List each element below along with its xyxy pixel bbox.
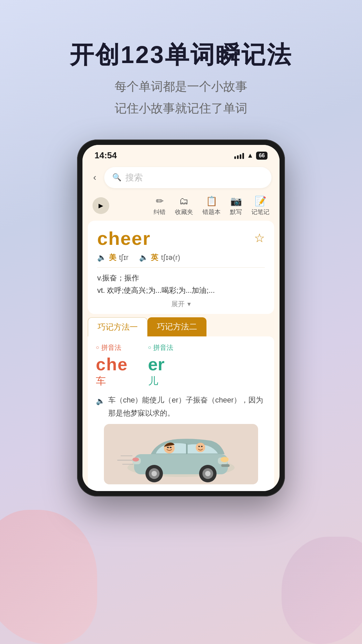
star-button[interactable]: ☆: [254, 231, 265, 245]
signal-bar-2: [237, 155, 239, 159]
phone-mockup: 14:54 ▲ 66 ‹ 🔍: [77, 140, 285, 496]
svg-point-7: [132, 458, 139, 462]
definition-section: v.振奋；振作 vt. 欢呼;使高兴;为...喝彩;为...加油;... 展开 …: [97, 267, 265, 309]
svg-point-15: [167, 447, 169, 448]
correct-icon: ✏: [156, 196, 164, 207]
expand-button[interactable]: 展开 ▾: [97, 300, 265, 309]
pinyin-label-er: 拼音法: [148, 343, 174, 352]
pinyin-row: 拼音法 che 车 拼音法 er 儿: [96, 343, 266, 388]
phone-screen: 14:54 ▲ 66 ‹ 🔍: [82, 145, 280, 491]
play-button[interactable]: ▶: [93, 197, 109, 214]
tab-method-one[interactable]: 巧记方法一: [88, 317, 147, 336]
wifi-icon: ▲: [247, 152, 253, 159]
toolbar-items: ✏ 纠错 🗂 收藏夹 📋 错题本 📷 默写: [115, 196, 269, 216]
toolbar-label-mistakes: 错题本: [202, 208, 221, 216]
back-button[interactable]: ‹: [90, 169, 99, 185]
signal-bar-1: [234, 156, 236, 159]
bg-decoration-right: [282, 537, 362, 644]
pron-us-label: 美: [109, 253, 116, 263]
speaker-sentence-icon[interactable]: 🔈: [96, 394, 105, 408]
toolbar-item-mistakes[interactable]: 📋 错题本: [202, 196, 221, 216]
svg-point-4: [221, 457, 229, 462]
word-header: cheer ☆: [97, 227, 265, 249]
pinyin-group-che: 拼音法 che 车: [96, 343, 128, 388]
search-input[interactable]: 搜索: [125, 172, 143, 183]
phone-container: 14:54 ▲ 66 ‹ 🔍: [0, 140, 362, 496]
pinyin-chinese-che: 车: [96, 374, 106, 388]
svg-point-18: [198, 446, 200, 447]
search-area: ‹ 🔍 搜索: [82, 164, 280, 193]
search-bar[interactable]: 🔍 搜索: [104, 167, 272, 188]
dictation-icon: 📷: [230, 196, 242, 207]
illustration-area: [104, 424, 258, 484]
pinyin-label-che: 拼音法: [96, 343, 121, 352]
toolbar-label-dictation: 默写: [230, 208, 242, 216]
search-icon: 🔍: [112, 173, 121, 182]
toolbar-item-favorites[interactable]: 🗂 收藏夹: [175, 196, 193, 216]
pinyin-syllable-er: er: [148, 354, 165, 374]
status-icons: ▲ 66: [234, 152, 267, 160]
svg-point-13: [205, 471, 210, 476]
svg-rect-5: [221, 464, 230, 467]
pronunciation-row: 🔈 美 tʃɪr 🔈 英 tʃɪə(r): [97, 253, 265, 263]
svg-point-16: [170, 447, 172, 448]
pinyin-chinese-er: 儿: [148, 374, 158, 388]
pron-us-ipa: tʃɪr: [119, 253, 128, 262]
car-svg: [104, 424, 258, 484]
toolbar: ▶ ✏ 纠错 🗂 收藏夹 📋 错题本: [82, 193, 280, 221]
tabs-section: 巧记方法一 巧记方法二: [88, 317, 274, 336]
toolbar-item-correct[interactable]: ✏ 纠错: [154, 196, 166, 216]
memory-sentence-text: 车（che）能使儿（er）子振奋（cheer），因为那是他梦寐以求的。: [108, 393, 266, 420]
pron-uk-label: 英: [151, 253, 158, 263]
pron-uk-ipa: tʃɪə(r): [161, 253, 180, 262]
pron-us: 🔈 美 tʃɪr: [97, 253, 128, 263]
tab-method-two[interactable]: 巧记方法二: [147, 317, 206, 336]
toolbar-item-notes[interactable]: 📝 记笔记: [251, 196, 269, 216]
expand-label: 展开: [171, 300, 185, 309]
bg-decoration-left: [0, 510, 97, 644]
word-card: cheer ☆ 🔈 美 tʃɪr 🔈 英 tʃɪə(r): [88, 221, 274, 314]
svg-point-17: [196, 443, 205, 452]
svg-point-19: [201, 446, 203, 447]
definition-line1: v.振奋；振作: [97, 272, 265, 284]
subtitle: 每个单词都是一个小故事 记住小故事就记住了单词: [0, 76, 362, 119]
status-time: 14:54: [95, 150, 117, 161]
pron-uk: 🔈 英 tʃɪə(r): [139, 253, 180, 263]
speaker-us-icon[interactable]: 🔈: [97, 253, 106, 262]
chevron-down-icon: ▾: [187, 300, 191, 308]
word-title: cheer: [97, 227, 150, 249]
status-bar: 14:54 ▲ 66: [82, 145, 280, 164]
signal-bar-3: [240, 154, 241, 159]
signal-bar-4: [242, 153, 244, 159]
toolbar-label-correct: 纠错: [154, 208, 166, 216]
definition-line2: vt. 欢呼;使高兴;为...喝彩;为...加油;...: [97, 284, 265, 297]
mistakes-icon: 📋: [206, 196, 218, 207]
play-icon: ▶: [99, 202, 103, 209]
memory-sentence: 🔈 车（che）能使儿（er）子振奋（cheer），因为那是他梦寐以求的。: [96, 393, 266, 420]
speaker-uk-icon[interactable]: 🔈: [139, 253, 148, 262]
pinyin-group-er: 拼音法 er 儿: [148, 343, 174, 388]
toolbar-label-notes: 记笔记: [251, 208, 269, 216]
toolbar-item-dictation[interactable]: 📷 默写: [230, 196, 242, 216]
svg-point-10: [152, 471, 157, 476]
subtitle-line1: 每个单词都是一个小故事: [0, 76, 362, 98]
subtitle-line2: 记住小故事就记住了单词: [0, 98, 362, 119]
definition-text: v.振奋；振作 vt. 欢呼;使高兴;为...喝彩;为...加油;...: [97, 272, 265, 297]
battery-icon: 66: [256, 152, 267, 160]
toolbar-label-favorites: 收藏夹: [175, 208, 193, 216]
memory-card: 拼音法 che 车 拼音法 er 儿: [88, 336, 274, 491]
notes-icon: 📝: [255, 196, 266, 207]
main-title: 开创123单词瞬记法: [0, 40, 362, 69]
header-section: 开创123单词瞬记法 每个单词都是一个小故事 记住小故事就记住了单词: [0, 0, 362, 133]
favorites-icon: 🗂: [179, 196, 189, 207]
pinyin-syllable-che: che: [96, 354, 128, 374]
signal-bars-icon: [234, 152, 244, 159]
